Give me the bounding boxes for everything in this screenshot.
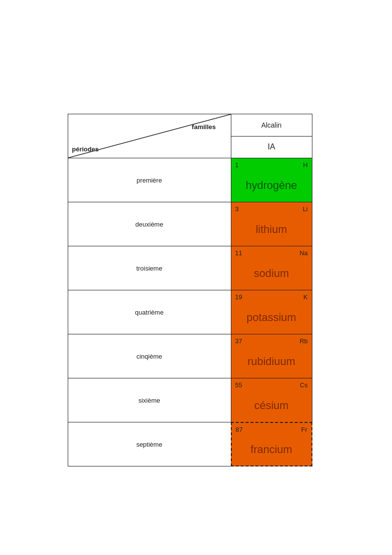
element-number: 1 [235,161,239,169]
familles-label: familles [192,123,216,131]
element-number: 19 [235,293,242,301]
element-name: césium [235,391,308,420]
header-row: familles périodes Alcalin IA [68,114,325,158]
element-symbol: Fr [301,426,307,433]
element-number: 37 [235,337,242,345]
element-top-row: 11Na [235,249,308,257]
element-symbol: H [303,161,307,169]
element-symbol: Rb [300,337,308,345]
period-cell: sixième [68,378,231,422]
element-number: 11 [235,249,242,257]
element-symbol: Na [300,249,308,257]
element-cell: 11Nasodium [231,246,312,290]
element-cell: 3Lilithium [231,202,312,246]
element-top-row: 1H [235,161,308,169]
element-top-row: 55Cs [235,381,308,389]
data-row: septième87Frfrancium [68,422,325,466]
element-cell: 37Rbrubidiuum [231,334,312,378]
element-cell: 19Kpotassium [231,290,312,334]
period-cell: cinqième [68,334,231,378]
family-name: Alcalin [231,114,312,137]
element-name: hydrogène [235,171,308,200]
element-top-row: 87Fr [236,426,307,433]
periodes-label: périodes [72,145,99,153]
element-name: rubidiuum [235,347,308,376]
element-name: potassium [235,303,308,332]
element-name: francium [236,435,307,463]
data-row: sixième55Cscésium [68,378,325,422]
element-name: sodium [235,259,308,288]
header-left-cell: familles périodes [68,114,231,158]
element-name: lithium [235,215,308,244]
data-row: deuxième3Lilithium [68,202,325,246]
data-row: cinqième37Rbrubidiuum [68,334,325,378]
data-row: première1Hhydrogène [68,158,325,202]
element-top-row: 3Li [235,205,308,213]
element-cell: 87Frfrancium [231,422,312,466]
element-symbol: K [304,293,308,301]
period-cell: troisieme [68,246,231,290]
rows-container: première1Hhydrogènedeuxième3Lilithiumtro… [68,158,325,466]
period-cell: première [68,158,231,202]
element-number: 87 [236,426,243,433]
period-cell: septième [68,422,231,466]
element-number: 3 [235,205,239,213]
period-cell: deuxième [68,202,231,246]
element-number: 55 [235,381,242,389]
period-cell: quatrième [68,290,231,334]
element-symbol: Li [303,205,307,213]
element-cell: 55Cscésium [231,378,312,422]
family-id: IA [231,137,312,158]
element-top-row: 37Rb [235,337,308,345]
header-right-cell: Alcalin IA [231,114,312,158]
data-row: quatrième19Kpotassium [68,290,325,334]
periodic-table: familles périodes Alcalin IA première1Hh… [68,114,325,466]
element-top-row: 19K [235,293,308,301]
data-row: troisieme11Nasodium [68,246,325,290]
element-symbol: Cs [300,381,308,389]
element-cell: 1Hhydrogène [231,158,312,202]
